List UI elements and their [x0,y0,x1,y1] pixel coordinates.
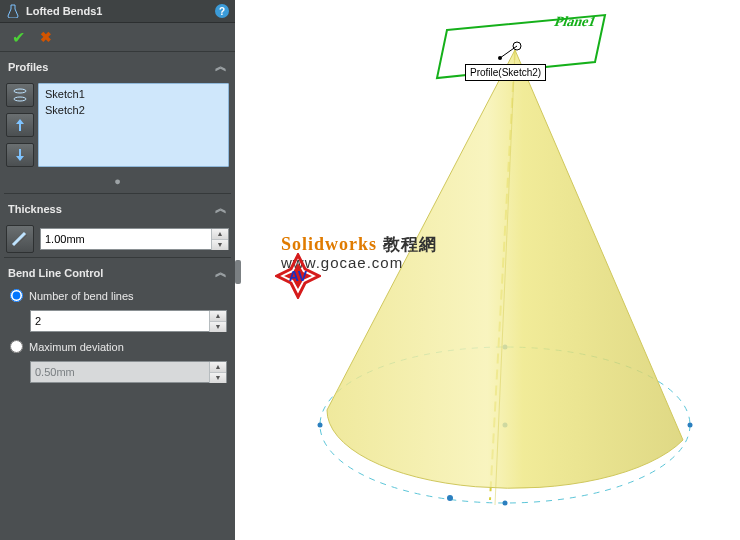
svg-point-4 [318,423,323,428]
bend-maxdev-label: Maximum deviation [29,341,124,353]
confirm-row: ✔ ✖ [0,23,235,52]
bend-number-row: ▲▼ [0,306,235,336]
svg-point-5 [688,423,693,428]
bend-maxdev-spinner: ▲▼ [209,362,226,383]
bend-maxdev-input [31,363,209,381]
list-item[interactable]: Sketch1 [39,86,228,102]
thickness-input[interactable] [41,230,211,248]
spin-up-icon[interactable]: ▲ [210,311,226,322]
bend-number-input[interactable] [31,312,209,330]
panel-header: Lofted Bends1 ? [0,0,235,23]
svg-point-1 [14,97,26,101]
thickness-row: ▲▼ [0,221,235,257]
profile-callout[interactable]: Profile(Sketch2) [465,64,546,81]
spin-up-icon[interactable]: ▲ [212,229,228,240]
list-item[interactable]: Sketch2 [39,102,228,118]
svg-point-0 [14,89,26,93]
collapse-icon: ︽ [215,58,227,75]
model-canvas [235,0,740,540]
plane-label: Plane1 [552,14,598,30]
loft-profile-icon[interactable] [6,83,34,107]
thickness-icon[interactable] [6,225,34,253]
thickness-spinner[interactable]: ▲▼ [211,229,228,250]
list-resize-dot[interactable]: ● [0,173,235,193]
bend-number-field[interactable]: ▲▼ [30,310,227,332]
profiles-section-header[interactable]: Profiles ︽ [0,52,235,79]
help-icon[interactable]: ? [215,4,229,18]
spin-down-icon: ▼ [210,373,226,383]
bend-number-radio[interactable] [10,289,23,302]
bend-number-spinner[interactable]: ▲▼ [209,311,226,332]
move-down-button[interactable] [6,143,34,167]
graphics-viewport[interactable]: Plane1 Profile(Sketch2) AV Solidworks 教程… [235,0,740,540]
collapse-icon: ︽ [215,200,227,217]
property-panel: Lofted Bends1 ? ✔ ✖ Profiles ︽ [0,0,235,540]
thickness-label: Thickness [8,203,62,215]
bend-number-label: Number of bend lines [29,290,134,302]
bend-maxdev-row: ▲▼ [0,357,235,387]
profiles-list[interactable]: Sketch1 Sketch2 [38,83,229,167]
svg-point-8 [447,495,453,501]
thickness-section-header[interactable]: Thickness ︽ [0,194,235,221]
bend-maxdev-radio-row[interactable]: Maximum deviation [0,336,235,357]
collapse-icon: ︽ [215,264,227,281]
bend-maxdev-radio[interactable] [10,340,23,353]
move-up-button[interactable] [6,113,34,137]
bend-number-radio-row[interactable]: Number of bend lines [0,285,235,306]
profiles-body: Sketch1 Sketch2 [0,79,235,173]
ok-button[interactable]: ✔ [8,27,28,47]
panel-resize-grip[interactable] [235,260,241,284]
feature-icon [6,4,20,18]
profiles-label: Profiles [8,61,48,73]
bend-section-header[interactable]: Bend Line Control ︽ [0,258,235,285]
cancel-button[interactable]: ✖ [36,27,56,47]
profiles-toolbar [6,83,32,167]
bend-label: Bend Line Control [8,267,103,279]
svg-point-7 [503,501,508,506]
spin-down-icon[interactable]: ▼ [210,322,226,332]
thickness-field[interactable]: ▲▼ [40,228,229,250]
spin-down-icon[interactable]: ▼ [212,240,228,250]
bend-maxdev-field: ▲▼ [30,361,227,383]
svg-point-13 [498,56,502,60]
spin-up-icon: ▲ [210,362,226,373]
panel-title: Lofted Bends1 [26,5,215,17]
